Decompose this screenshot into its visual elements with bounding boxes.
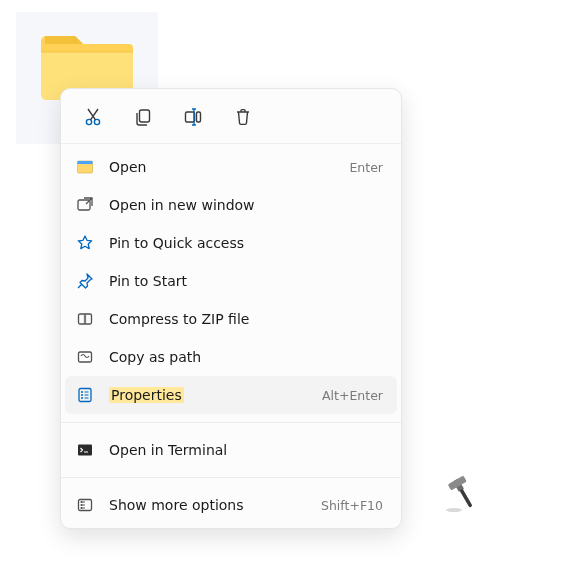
menu-item-copy-path[interactable]: Copy as path (65, 338, 397, 376)
svg-rect-15 (79, 500, 92, 511)
svg-point-22 (446, 508, 462, 512)
divider (61, 422, 401, 423)
menu-label: Pin to Start (109, 273, 383, 289)
context-menu: Open Enter Open in new window Pin to Qui… (60, 88, 402, 529)
svg-rect-4 (197, 112, 201, 122)
menu-item-pin-quick-access[interactable]: Pin to Quick access (65, 224, 397, 262)
copy-button[interactable] (125, 99, 161, 135)
menu-item-compress-zip[interactable]: Compress to ZIP file (65, 300, 397, 338)
menu-section-2: Open in Terminal (61, 427, 401, 473)
copy-path-icon (75, 347, 95, 367)
svg-rect-21 (459, 489, 472, 508)
svg-point-1 (94, 119, 99, 124)
zip-icon (75, 309, 95, 329)
svg-point-13 (81, 397, 83, 399)
svg-point-16 (81, 501, 83, 503)
menu-shortcut: Shift+F10 (321, 498, 383, 513)
divider (61, 477, 401, 478)
pin-icon (75, 271, 95, 291)
cut-button[interactable] (75, 99, 111, 135)
open-icon (75, 157, 95, 177)
rename-button[interactable] (175, 99, 211, 135)
menu-item-open-terminal[interactable]: Open in Terminal (65, 431, 397, 469)
cut-icon (83, 107, 103, 127)
menu-item-open[interactable]: Open Enter (65, 148, 397, 186)
rename-icon (183, 107, 203, 127)
svg-rect-6 (78, 161, 93, 164)
menu-label: Open in new window (109, 197, 383, 213)
delete-icon (233, 107, 253, 127)
menu-shortcut: Alt+Enter (322, 388, 383, 403)
menu-label: Properties (109, 387, 322, 403)
menu-label: Open (109, 159, 349, 175)
svg-point-0 (86, 119, 91, 124)
svg-point-12 (81, 394, 83, 396)
svg-rect-14 (78, 445, 92, 456)
menu-section-1: Open Enter Open in new window Pin to Qui… (61, 144, 401, 418)
svg-rect-9 (79, 352, 92, 362)
svg-point-17 (81, 504, 83, 506)
svg-point-18 (81, 507, 83, 509)
more-icon (75, 495, 95, 515)
menu-shortcut: Enter (349, 160, 383, 175)
action-bar (61, 89, 401, 144)
menu-label: Show more options (109, 497, 321, 513)
menu-item-show-more[interactable]: Show more options Shift+F10 (65, 486, 397, 524)
svg-rect-2 (140, 110, 150, 122)
svg-point-11 (81, 391, 83, 393)
svg-rect-3 (186, 112, 195, 122)
menu-label: Pin to Quick access (109, 235, 383, 251)
properties-icon (75, 385, 95, 405)
hammer-cursor-icon (442, 472, 484, 514)
menu-item-properties[interactable]: Properties Alt+Enter (65, 376, 397, 414)
star-icon (75, 233, 95, 253)
menu-item-open-new-window[interactable]: Open in new window (65, 186, 397, 224)
menu-label: Open in Terminal (109, 442, 383, 458)
menu-label: Copy as path (109, 349, 383, 365)
new-window-icon (75, 195, 95, 215)
menu-item-pin-start[interactable]: Pin to Start (65, 262, 397, 300)
copy-icon (133, 107, 153, 127)
menu-section-3: Show more options Shift+F10 (61, 482, 401, 528)
terminal-icon (75, 440, 95, 460)
delete-button[interactable] (225, 99, 261, 135)
menu-label: Compress to ZIP file (109, 311, 383, 327)
